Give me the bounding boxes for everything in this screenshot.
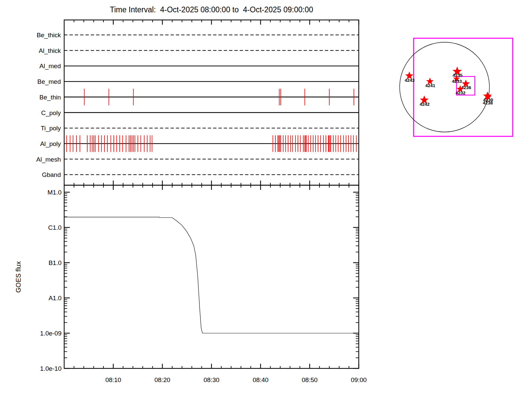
xrt-goes-observation-page: Time Interval: 4-Oct-2025 08:00:00 to 4-… — [0, 0, 532, 399]
filter-row-label-Be_med: Be_med — [37, 78, 61, 85]
active-region-label-4242: 4242 — [420, 102, 430, 107]
active-region-label-4232: 4232 — [456, 90, 466, 95]
filter-row-label-Ti_poly: Ti_poly — [41, 125, 61, 132]
filter-row-label-Al_mesh: Al_mesh — [36, 156, 61, 163]
filter-row-label-Al_poly: Al_poly — [40, 140, 61, 148]
active-region-label-4236: 4236 — [461, 85, 471, 90]
goes-flux-panel: M1.0C1.0B1.0A1.01.0e-091.0e-1008:1008:20… — [40, 185, 367, 383]
page-title: Time Interval: 4-Oct-2025 08:00:00 to 4-… — [64, 5, 359, 14]
active-region-label-4233: 4233 — [452, 79, 462, 84]
filter-panel-frame — [64, 20, 359, 185]
observation-plot-canvas: Be_thickAl_thickAl_medBe_medBe_thinC_pol… — [0, 0, 532, 399]
goes-ytick-label-A1.0: A1.0 — [49, 295, 62, 302]
goes-ytick-label-B1.0: B1.0 — [49, 259, 62, 266]
goes-xtick-label: 08:10 — [105, 376, 121, 383]
filter-row-label-Gband: Gband — [42, 171, 61, 178]
goes-flux-axis-label: GOES flux — [15, 261, 22, 293]
filter-row-label-Be_thin: Be_thin — [40, 94, 61, 101]
goes-xtick-label: 08:20 — [155, 376, 171, 383]
goes-xtick-label: 08:50 — [302, 376, 318, 383]
filter-row-label-Al_thick: Al_thick — [39, 47, 61, 55]
goes-xtick-label: 08:40 — [253, 376, 269, 383]
goes-ytick-label-1.0e-10: 1.0e-10 — [40, 365, 62, 372]
solar-disk-map: 424342414235423342364232424242304238 — [400, 38, 513, 136]
goes-xtick-label: 08:30 — [203, 376, 219, 383]
active-region-label-4243: 4243 — [405, 78, 415, 83]
active-region-label-4238: 4238 — [483, 100, 493, 105]
active-region-label-4241: 4241 — [425, 83, 436, 88]
active-region-label-4235: 4235 — [453, 73, 463, 78]
goes-xtick-label: 09:00 — [351, 376, 367, 383]
goes-ytick-label-M1.0: M1.0 — [48, 189, 62, 196]
goes-panel-frame — [64, 185, 359, 368]
goes-ytick-label-1.0e-09: 1.0e-09 — [40, 330, 62, 337]
goes-ytick-label-C1.0: C1.0 — [48, 224, 62, 231]
filter-timeline-panel: Be_thickAl_thickAl_medBe_medBe_thinC_pol… — [36, 20, 359, 185]
filter-row-label-Be_thick: Be_thick — [37, 32, 61, 39]
filter-row-label-C_poly: C_poly — [41, 109, 61, 117]
filter-row-label-Al_med: Al_med — [40, 63, 61, 70]
goes-flux-curve — [64, 217, 359, 333]
